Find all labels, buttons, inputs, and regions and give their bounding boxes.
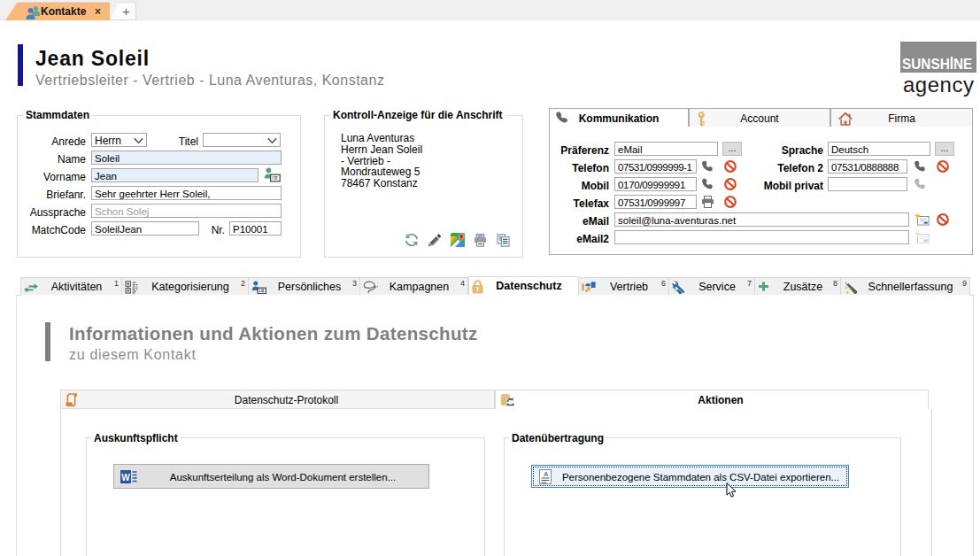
- svg-text:W: W: [121, 473, 130, 483]
- svg-text:A: A: [544, 470, 549, 478]
